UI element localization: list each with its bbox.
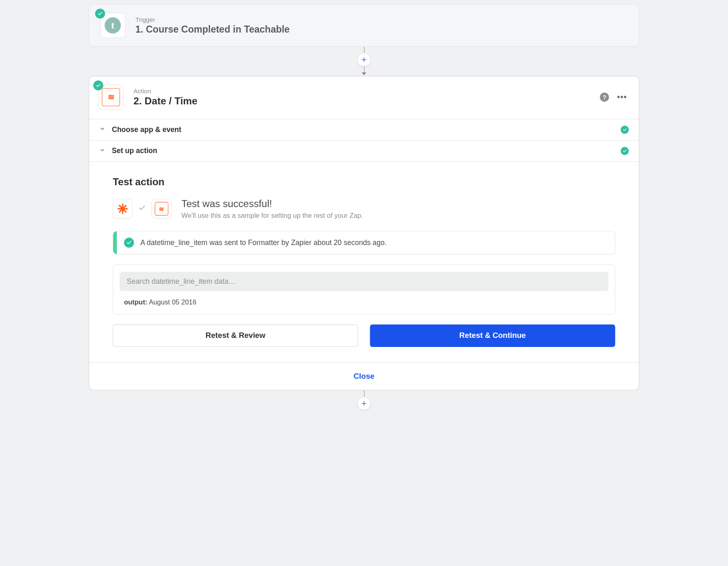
section-label: Set up action	[112, 147, 615, 155]
trigger-title: 1. Course Completed in Teachable	[135, 24, 290, 35]
connector-top	[364, 47, 364, 76]
plus-icon	[360, 400, 368, 407]
trigger-label: Trigger	[135, 16, 290, 23]
search-input[interactable]	[120, 272, 609, 291]
check-badge	[124, 238, 134, 248]
retest-continue-button[interactable]: Retest & Continue	[370, 324, 615, 347]
test-action-heading: Test action	[113, 176, 615, 188]
trigger-heading: Trigger 1. Course Completed in Teachable	[135, 16, 290, 35]
add-step-button[interactable]	[357, 53, 371, 66]
action-step-card: ≋ Action 2. Date / Time ? ••• Choose app…	[89, 76, 639, 390]
more-menu-icon[interactable]: •••	[617, 92, 627, 102]
check-icon	[126, 240, 132, 245]
notice-text: A datetime_line_item was sent to Formatt…	[140, 238, 387, 247]
section-done-badge	[621, 147, 629, 155]
section-test-action: Test action ≋ Test was successful! We'll…	[89, 161, 639, 362]
section-label: Choose app & event	[112, 126, 615, 134]
check-icon	[96, 83, 101, 88]
teachable-icon: t	[104, 17, 121, 33]
chevron-down-icon	[99, 147, 105, 155]
test-success-subtitle: We'll use this as a sample for setting u…	[182, 212, 363, 219]
section-done-badge	[621, 126, 629, 134]
help-icon[interactable]: ?	[600, 93, 609, 102]
action-app-icon-wrap: ≋	[98, 85, 123, 110]
zapier-icon	[113, 198, 132, 218]
result-row: output: August 05 2016	[120, 296, 609, 307]
action-header: ≋ Action 2. Date / Time ? •••	[89, 76, 639, 119]
action-title: 2. Date / Time	[134, 95, 198, 107]
action-label: Action	[134, 87, 198, 94]
status-success-badge	[95, 9, 105, 19]
status-success-badge	[93, 80, 103, 90]
check-icon	[97, 11, 103, 16]
asterisk-icon	[117, 203, 128, 214]
close-button[interactable]: Close	[354, 372, 375, 380]
formatter-icon: ≋	[151, 198, 171, 218]
retest-review-button[interactable]: Retest & Review	[113, 324, 358, 347]
plus-icon	[360, 56, 368, 64]
action-heading: Action 2. Date / Time	[134, 87, 198, 107]
test-flow-graphic: ≋ Test was successful! We'll use this as…	[113, 198, 615, 219]
test-results-box: output: August 05 2016	[113, 264, 615, 315]
trigger-step-card[interactable]: t Trigger 1. Course Completed in Teachab…	[89, 4, 639, 47]
formatter-icon: ≋	[102, 88, 120, 106]
result-key: output:	[124, 298, 148, 306]
test-result-notice: A datetime_line_item was sent to Formatt…	[113, 231, 615, 255]
test-success-title: Test was successful!	[182, 198, 363, 210]
close-row: Close	[89, 362, 639, 390]
section-set-up-action[interactable]: Set up action	[89, 140, 639, 161]
connector-bottom	[364, 390, 364, 410]
section-choose-app-event[interactable]: Choose app & event	[89, 119, 639, 140]
check-icon	[622, 149, 627, 153]
check-icon	[138, 203, 146, 213]
add-step-button[interactable]	[357, 397, 371, 410]
chevron-down-icon	[99, 126, 105, 134]
check-icon	[622, 127, 627, 132]
trigger-app-icon-wrap: t	[100, 13, 125, 38]
result-value: August 05 2016	[149, 298, 196, 306]
